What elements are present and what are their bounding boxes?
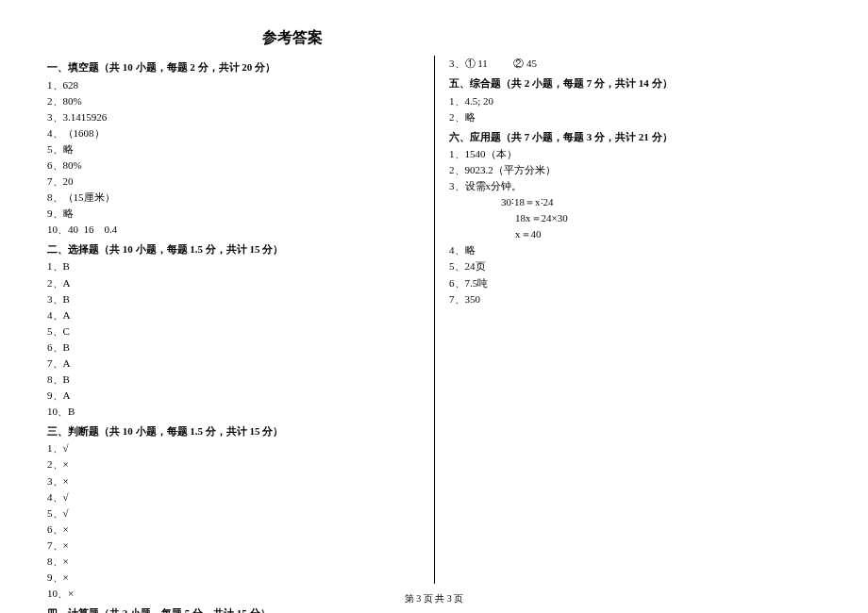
- s4-item: 3、① 11 ② 45: [449, 56, 821, 72]
- answer-key-page: 参考答案 一、填空题（共 10 小题，每题 2 分，共计 20 分） 1、628…: [0, 0, 868, 585]
- s2-item: 1、B: [47, 258, 420, 274]
- s1-item: 4、（1608）: [47, 125, 420, 141]
- s3-item: 7、×: [47, 538, 420, 554]
- s6-item: 5、24页: [449, 258, 821, 274]
- s2-item: 6、B: [47, 340, 420, 356]
- s1-item: 9、略: [47, 206, 420, 222]
- s2-item: 10、B: [47, 404, 420, 420]
- s2-item: 9、A: [47, 388, 420, 404]
- s6-item: 3、设需x分钟。: [449, 178, 821, 194]
- s1-item: 5、略: [47, 141, 420, 157]
- s1-item: 8、（15厘米）: [47, 190, 420, 206]
- s2-item: 8、B: [47, 372, 420, 388]
- s5-item: 2、略: [449, 109, 821, 125]
- s6-work-step: 30∶18＝x∶24: [449, 194, 821, 210]
- s6-work-step: x＝40: [449, 226, 821, 242]
- s6-item: 1、1540（本）: [449, 146, 821, 162]
- s3-item: 9、×: [47, 570, 420, 586]
- s2-item: 7、A: [47, 356, 420, 372]
- s6-work-step: 18x＝24×30: [449, 210, 821, 226]
- section-1-header: 一、填空题（共 10 小题，每题 2 分，共计 20 分）: [47, 59, 420, 75]
- s1-item: 7、20: [47, 174, 420, 190]
- s1-item: 1、628: [47, 77, 420, 93]
- section-2-header: 二、选择题（共 10 小题，每题 1.5 分，共计 15 分）: [47, 241, 420, 257]
- s3-item: 6、×: [47, 522, 420, 538]
- s5-item: 1、4.5; 20: [449, 93, 821, 109]
- s3-item: 2、×: [47, 456, 420, 472]
- s6-item: 2、9023.2（平方分米）: [449, 162, 821, 178]
- s3-item: 8、×: [47, 554, 420, 570]
- s6-item: 6、7.5吨: [449, 275, 821, 291]
- page-title: 参考答案: [198, 28, 387, 48]
- page-footer: 第 3 页 共 3 页: [0, 592, 868, 605]
- s6-item: 4、略: [449, 242, 821, 258]
- two-column-layout: 一、填空题（共 10 小题，每题 2 分，共计 20 分） 1、628 2、80…: [47, 56, 821, 584]
- s1-item: 2、80%: [47, 93, 420, 109]
- s2-item: 5、C: [47, 323, 420, 340]
- s2-item: 2、A: [47, 275, 420, 291]
- s1-item: 3、3.1415926: [47, 109, 420, 125]
- section-6-header: 六、应用题（共 7 小题，每题 3 分，共计 21 分）: [449, 129, 821, 145]
- s3-item: 5、√: [47, 505, 420, 522]
- s3-item: 1、√: [47, 440, 420, 456]
- section-4-header: 四、计算题（共 3 小题，每题 5 分，共计 15 分）: [47, 605, 420, 613]
- s3-item: 3、×: [47, 473, 420, 489]
- s2-item: 3、B: [47, 291, 420, 307]
- section-3-header: 三、判断题（共 10 小题，每题 1.5 分，共计 15 分）: [47, 423, 420, 439]
- s1-item: 6、80%: [47, 157, 420, 174]
- s3-item: 4、√: [47, 489, 420, 505]
- section-5-header: 五、综合题（共 2 小题，每题 7 分，共计 14 分）: [449, 75, 821, 91]
- s2-item: 4、A: [47, 307, 420, 323]
- right-column: 3、① 11 ② 45 五、综合题（共 2 小题，每题 7 分，共计 14 分）…: [434, 56, 821, 584]
- s1-item: 10、40 16 0.4: [47, 222, 420, 238]
- s6-item: 7、350: [449, 291, 821, 307]
- left-column: 一、填空题（共 10 小题，每题 2 分，共计 20 分） 1、628 2、80…: [47, 56, 434, 584]
